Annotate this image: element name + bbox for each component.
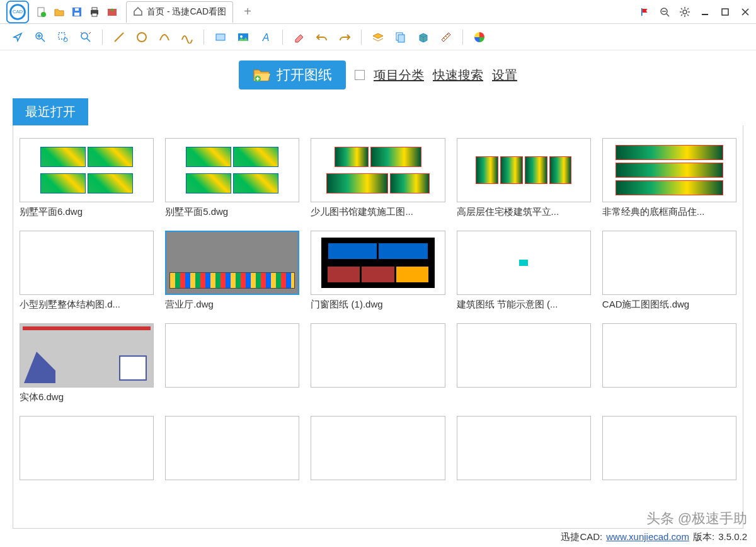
open-drawing-button[interactable]: 打开图纸 <box>239 60 346 89</box>
file-card[interactable] <box>457 416 591 480</box>
quick-search-link[interactable]: 快速搜索 <box>433 67 483 84</box>
file-name: CAD施工图图纸.dwg <box>602 299 736 311</box>
zoom-in-tool-icon[interactable] <box>32 28 49 46</box>
svg-rect-26 <box>398 35 404 42</box>
settings-link[interactable]: 设置 <box>492 67 517 84</box>
file-card[interactable]: 营业厅.dwg <box>165 231 299 311</box>
home-tab[interactable]: 首页 - 迅捷CAD看图 <box>126 1 233 23</box>
save-icon[interactable] <box>69 4 84 20</box>
file-thumbnail <box>311 231 445 295</box>
redo-icon[interactable] <box>336 28 353 46</box>
file-name: 建筑图纸 节能示意图 (... <box>457 299 591 311</box>
recent-files-panel: 别墅平面6.dwg别墅平面5.dwg少儿图书馆建筑施工图...高层层住宅楼建筑平… <box>13 125 743 529</box>
separator <box>203 30 204 45</box>
recent-tab[interactable]: 最近打开 <box>13 98 88 125</box>
settings-gear-icon[interactable] <box>678 5 692 19</box>
file-thumbnail <box>165 416 299 480</box>
image-tool-icon[interactable] <box>234 28 252 46</box>
file-card[interactable] <box>602 416 736 480</box>
zoom-window-icon[interactable] <box>54 28 72 46</box>
file-thumbnail <box>457 323 591 388</box>
svg-point-18 <box>64 38 67 42</box>
action-row: 打开图纸 项目分类 快速搜索 设置 <box>13 60 743 89</box>
file-card[interactable]: 非常经典的底框商品住... <box>602 138 736 218</box>
category-link[interactable]: 项目分类 <box>374 67 424 84</box>
file-card[interactable] <box>602 323 736 403</box>
flag-icon[interactable] <box>638 5 651 19</box>
file-name: 别墅平面6.dwg <box>20 206 154 218</box>
line-tool-icon[interactable] <box>110 28 128 46</box>
eraser-icon[interactable] <box>290 28 308 46</box>
app-logo: CAD <box>4 0 32 26</box>
spline-tool-icon[interactable] <box>178 28 196 46</box>
svg-rect-21 <box>216 34 225 40</box>
zoom-out-icon[interactable] <box>658 5 672 19</box>
svg-rect-6 <box>74 13 79 16</box>
file-name: 非常经典的底框商品住... <box>602 206 736 218</box>
3d-box-icon[interactable] <box>415 28 432 46</box>
file-thumbnail <box>602 138 736 202</box>
maximize-button[interactable] <box>718 5 732 19</box>
file-card[interactable] <box>165 416 299 480</box>
file-card[interactable]: 别墅平面6.dwg <box>20 138 154 218</box>
file-card[interactable]: 高层层住宅楼建筑平立... <box>457 138 591 218</box>
file-card[interactable]: CAD施工图图纸.dwg <box>602 231 736 311</box>
svg-point-23 <box>240 35 243 38</box>
layer-icon[interactable] <box>369 28 387 46</box>
text-tool-icon[interactable]: A <box>257 28 275 46</box>
file-card[interactable]: 小型别墅整体结构图.d... <box>20 231 154 311</box>
circle-tool-icon[interactable] <box>133 28 151 46</box>
footer-url[interactable]: www.xunjiecad.com <box>606 531 689 542</box>
file-card[interactable]: 别墅平面5.dwg <box>165 138 299 218</box>
zoom-extents-icon[interactable] <box>77 28 94 46</box>
file-card[interactable] <box>20 416 154 480</box>
file-grid: 别墅平面6.dwg别墅平面5.dwg少儿图书馆建筑施工图...高层层住宅楼建筑平… <box>20 138 736 480</box>
file-card[interactable]: 建筑图纸 节能示意图 (... <box>457 231 591 311</box>
open-file-icon[interactable] <box>52 4 67 20</box>
export-icon[interactable] <box>105 4 120 20</box>
file-name: 少儿图书馆建筑施工图... <box>311 206 445 218</box>
tab-title: 首页 - 迅捷CAD看图 <box>147 6 226 18</box>
file-card[interactable]: 门窗图纸 (1).dwg <box>311 231 445 311</box>
file-name: 实体6.dwg <box>20 391 154 403</box>
file-name: 别墅平面5.dwg <box>165 206 299 218</box>
file-card[interactable] <box>457 323 591 403</box>
file-card[interactable] <box>165 323 299 403</box>
color-wheel-icon[interactable] <box>471 28 488 46</box>
svg-rect-7 <box>75 8 79 11</box>
open-button-label: 打开图纸 <box>277 66 332 84</box>
file-thumbnail <box>457 138 591 202</box>
category-checkbox[interactable] <box>355 70 365 80</box>
file-thumbnail <box>165 323 299 388</box>
footer-version: 3.5.0.2 <box>718 531 747 542</box>
file-thumbnail <box>602 231 736 295</box>
file-card[interactable] <box>311 416 445 480</box>
new-file-icon[interactable] <box>34 4 49 20</box>
close-button[interactable] <box>738 5 752 19</box>
toolbar: A <box>0 24 756 50</box>
file-name: 小型别墅整体结构图.d... <box>20 299 154 311</box>
measure-icon[interactable] <box>437 28 455 46</box>
separator <box>282 30 283 45</box>
file-name: 高层层住宅楼建筑平立... <box>457 206 591 218</box>
copy-icon[interactable] <box>392 28 410 46</box>
file-card[interactable]: 少儿图书馆建筑施工图... <box>311 138 445 218</box>
print-icon[interactable] <box>87 4 102 20</box>
file-name: 营业厅.dwg <box>165 299 299 311</box>
svg-point-14 <box>683 10 687 14</box>
minimize-button[interactable] <box>698 5 712 19</box>
separator <box>462 30 463 45</box>
new-tab-button[interactable]: + <box>239 4 256 20</box>
file-card[interactable] <box>311 323 445 403</box>
file-thumbnail <box>311 323 445 388</box>
file-thumbnail <box>602 416 736 480</box>
svg-rect-12 <box>641 8 643 16</box>
arc-tool-icon[interactable] <box>156 28 173 46</box>
footer-version-label: 版本: <box>693 531 714 543</box>
rect-tool-icon[interactable] <box>212 28 229 46</box>
undo-icon[interactable] <box>313 28 331 46</box>
title-bar: CAD 首页 - 迅捷CAD看图 + <box>0 0 756 24</box>
file-card[interactable]: 实体6.dwg <box>20 323 154 403</box>
pan-tool-icon[interactable] <box>9 28 26 46</box>
file-thumbnail <box>20 416 154 480</box>
